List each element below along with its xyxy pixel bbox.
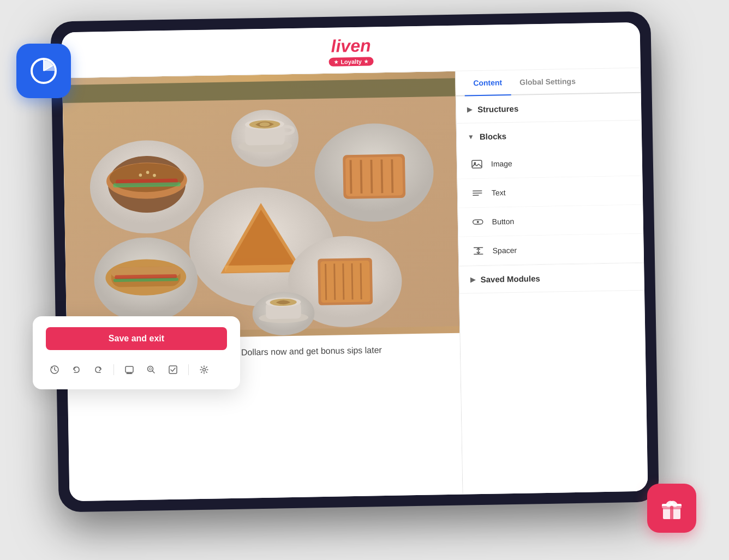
- tab-content[interactable]: Content: [464, 70, 511, 96]
- search-icon[interactable]: [142, 361, 160, 378]
- history-icon[interactable]: [46, 361, 63, 378]
- check-icon[interactable]: [164, 361, 182, 378]
- redo-icon[interactable]: [89, 361, 107, 378]
- svg-rect-31: [345, 156, 403, 196]
- svg-marker-41: [228, 258, 295, 266]
- tablet-frame: liven Loyalty: [50, 11, 659, 512]
- preview-icon[interactable]: [121, 361, 138, 378]
- saved-modules-label: Saved Modules: [480, 274, 540, 284]
- tab-global-settings[interactable]: Global Settings: [511, 69, 584, 95]
- loyalty-badge: Loyalty: [328, 57, 374, 66]
- svg-line-54: [352, 263, 352, 299]
- svg-rect-77: [169, 366, 177, 374]
- toolbar: [46, 359, 227, 378]
- image-block-icon: [470, 158, 483, 171]
- blocks-header[interactable]: ▼ Blocks: [457, 121, 642, 150]
- structures-label: Structures: [477, 104, 518, 114]
- svg-line-52: [334, 264, 335, 300]
- structures-section: ▶ Structures: [456, 93, 642, 124]
- settings-icon[interactable]: [195, 361, 213, 378]
- saved-modules-header[interactable]: ▶ Saved Modules: [459, 263, 644, 293]
- main-content: Grab your Liven Kitchen Dollars now and …: [62, 68, 648, 501]
- svg-rect-61: [472, 160, 482, 168]
- editor-canvas[interactable]: Grab your Liven Kitchen Dollars now and …: [62, 71, 463, 501]
- svg-line-33: [361, 160, 361, 194]
- image-block-label: Image: [491, 159, 512, 168]
- svg-line-55: [361, 263, 361, 299]
- svg-line-34: [371, 160, 372, 194]
- gift-icon: [659, 495, 685, 521]
- save-exit-button[interactable]: Save and exit: [46, 327, 227, 350]
- svg-line-53: [343, 263, 344, 299]
- blocks-chevron: ▼: [468, 133, 474, 141]
- svg-rect-6: [662, 506, 682, 509]
- chart-float-icon: [16, 44, 71, 98]
- button-block-icon: [471, 215, 485, 228]
- food-scene-svg: [62, 71, 459, 340]
- toolbar-divider-2: [188, 364, 189, 375]
- block-item-spacer[interactable]: Spacer: [458, 234, 644, 266]
- undo-icon[interactable]: [68, 361, 85, 378]
- text-block-icon: [471, 186, 484, 200]
- svg-line-32: [351, 160, 351, 194]
- blocks-section: ▼ Blocks Image: [457, 121, 644, 267]
- svg-line-51: [326, 264, 326, 300]
- block-item-button[interactable]: Button: [458, 205, 643, 237]
- svg-point-9: [670, 502, 673, 505]
- save-popup: Save and exit: [33, 316, 240, 389]
- text-block-label: Text: [492, 188, 506, 197]
- spacer-block-label: Spacer: [493, 246, 517, 255]
- tablet-screen: liven Loyalty: [62, 22, 648, 501]
- svg-point-67: [477, 221, 479, 223]
- svg-rect-50: [320, 261, 370, 303]
- button-block-label: Button: [492, 217, 515, 226]
- structures-header[interactable]: ▶ Structures: [456, 93, 642, 123]
- blocks-label: Blocks: [480, 131, 506, 141]
- svg-point-76: [150, 368, 152, 370]
- svg-rect-72: [126, 366, 133, 372]
- logo-text: liven: [331, 35, 371, 56]
- svg-line-35: [381, 160, 382, 194]
- svg-marker-40: [225, 264, 300, 273]
- svg-point-78: [203, 369, 206, 371]
- logo: liven Loyalty: [328, 35, 374, 66]
- block-item-image[interactable]: Image: [457, 147, 642, 179]
- food-image: [62, 71, 459, 340]
- gift-float-icon: [647, 484, 696, 533]
- sidebar-tabs: Content Global Settings: [456, 68, 641, 97]
- saved-modules-chevron: ▶: [470, 276, 475, 284]
- structures-chevron: ▶: [467, 106, 472, 113]
- saved-modules-section: ▶ Saved Modules: [459, 263, 644, 294]
- block-item-text[interactable]: Text: [457, 176, 643, 208]
- svg-line-36: [392, 159, 392, 193]
- spacer-block-icon: [471, 244, 485, 257]
- svg-line-75: [152, 371, 154, 373]
- right-sidebar: Content Global Settings ▶ Structures ▼ B…: [455, 68, 648, 499]
- toolbar-divider-1: [113, 364, 114, 375]
- chart-icon: [29, 56, 58, 86]
